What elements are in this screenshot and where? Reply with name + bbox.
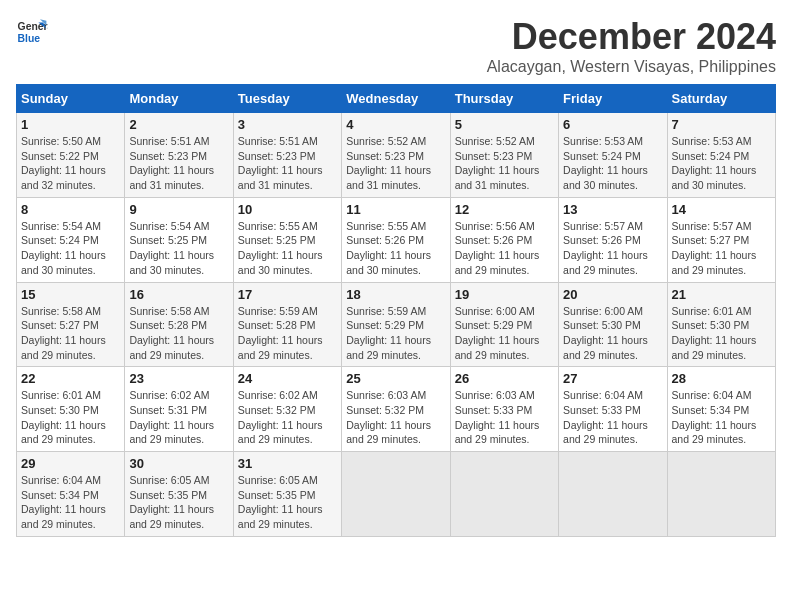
- day-number: 7: [672, 117, 771, 132]
- day-detail: Sunrise: 5:58 AMSunset: 5:27 PMDaylight:…: [21, 305, 106, 361]
- day-detail: Sunrise: 5:57 AMSunset: 5:26 PMDaylight:…: [563, 220, 648, 276]
- day-detail: Sunrise: 6:01 AMSunset: 5:30 PMDaylight:…: [672, 305, 757, 361]
- calendar-cell: 7Sunrise: 5:53 AMSunset: 5:24 PMDaylight…: [667, 113, 775, 198]
- calendar-cell: 15Sunrise: 5:58 AMSunset: 5:27 PMDayligh…: [17, 282, 125, 367]
- day-number: 24: [238, 371, 337, 386]
- calendar-cell: [559, 452, 667, 537]
- day-detail: Sunrise: 5:55 AMSunset: 5:25 PMDaylight:…: [238, 220, 323, 276]
- day-number: 20: [563, 287, 662, 302]
- day-detail: Sunrise: 6:00 AMSunset: 5:29 PMDaylight:…: [455, 305, 540, 361]
- day-detail: Sunrise: 6:05 AMSunset: 5:35 PMDaylight:…: [238, 474, 323, 530]
- weekday-header-saturday: Saturday: [667, 85, 775, 113]
- calendar-cell: 6Sunrise: 5:53 AMSunset: 5:24 PMDaylight…: [559, 113, 667, 198]
- day-number: 10: [238, 202, 337, 217]
- day-number: 31: [238, 456, 337, 471]
- day-detail: Sunrise: 5:52 AMSunset: 5:23 PMDaylight:…: [455, 135, 540, 191]
- day-detail: Sunrise: 5:59 AMSunset: 5:29 PMDaylight:…: [346, 305, 431, 361]
- day-number: 9: [129, 202, 228, 217]
- day-number: 22: [21, 371, 120, 386]
- day-detail: Sunrise: 6:04 AMSunset: 5:33 PMDaylight:…: [563, 389, 648, 445]
- calendar-cell: 8Sunrise: 5:54 AMSunset: 5:24 PMDaylight…: [17, 197, 125, 282]
- day-detail: Sunrise: 6:04 AMSunset: 5:34 PMDaylight:…: [672, 389, 757, 445]
- day-number: 19: [455, 287, 554, 302]
- calendar-cell: 31Sunrise: 6:05 AMSunset: 5:35 PMDayligh…: [233, 452, 341, 537]
- day-detail: Sunrise: 5:54 AMSunset: 5:24 PMDaylight:…: [21, 220, 106, 276]
- weekday-header-thursday: Thursday: [450, 85, 558, 113]
- calendar-cell: 18Sunrise: 5:59 AMSunset: 5:29 PMDayligh…: [342, 282, 450, 367]
- day-detail: Sunrise: 6:00 AMSunset: 5:30 PMDaylight:…: [563, 305, 648, 361]
- day-number: 11: [346, 202, 445, 217]
- day-detail: Sunrise: 5:57 AMSunset: 5:27 PMDaylight:…: [672, 220, 757, 276]
- day-number: 8: [21, 202, 120, 217]
- day-detail: Sunrise: 6:03 AMSunset: 5:32 PMDaylight:…: [346, 389, 431, 445]
- calendar-cell: [667, 452, 775, 537]
- day-detail: Sunrise: 5:50 AMSunset: 5:22 PMDaylight:…: [21, 135, 106, 191]
- calendar-week-row: 1Sunrise: 5:50 AMSunset: 5:22 PMDaylight…: [17, 113, 776, 198]
- calendar-cell: 28Sunrise: 6:04 AMSunset: 5:34 PMDayligh…: [667, 367, 775, 452]
- day-number: 23: [129, 371, 228, 386]
- day-detail: Sunrise: 5:54 AMSunset: 5:25 PMDaylight:…: [129, 220, 214, 276]
- weekday-header-row: SundayMondayTuesdayWednesdayThursdayFrid…: [17, 85, 776, 113]
- logo-icon: General Blue: [16, 16, 48, 48]
- calendar-cell: 3Sunrise: 5:51 AMSunset: 5:23 PMDaylight…: [233, 113, 341, 198]
- calendar-table: SundayMondayTuesdayWednesdayThursdayFrid…: [16, 84, 776, 537]
- day-detail: Sunrise: 5:53 AMSunset: 5:24 PMDaylight:…: [563, 135, 648, 191]
- calendar-cell: 14Sunrise: 5:57 AMSunset: 5:27 PMDayligh…: [667, 197, 775, 282]
- day-number: 3: [238, 117, 337, 132]
- day-detail: Sunrise: 6:01 AMSunset: 5:30 PMDaylight:…: [21, 389, 106, 445]
- calendar-cell: 29Sunrise: 6:04 AMSunset: 5:34 PMDayligh…: [17, 452, 125, 537]
- day-number: 21: [672, 287, 771, 302]
- day-number: 6: [563, 117, 662, 132]
- weekday-header-wednesday: Wednesday: [342, 85, 450, 113]
- calendar-cell: 21Sunrise: 6:01 AMSunset: 5:30 PMDayligh…: [667, 282, 775, 367]
- day-detail: Sunrise: 6:05 AMSunset: 5:35 PMDaylight:…: [129, 474, 214, 530]
- weekday-header-monday: Monday: [125, 85, 233, 113]
- calendar-cell: 20Sunrise: 6:00 AMSunset: 5:30 PMDayligh…: [559, 282, 667, 367]
- svg-text:Blue: Blue: [18, 33, 41, 44]
- calendar-cell: 13Sunrise: 5:57 AMSunset: 5:26 PMDayligh…: [559, 197, 667, 282]
- calendar-cell: 1Sunrise: 5:50 AMSunset: 5:22 PMDaylight…: [17, 113, 125, 198]
- calendar-week-row: 15Sunrise: 5:58 AMSunset: 5:27 PMDayligh…: [17, 282, 776, 367]
- day-number: 18: [346, 287, 445, 302]
- calendar-cell: 9Sunrise: 5:54 AMSunset: 5:25 PMDaylight…: [125, 197, 233, 282]
- calendar-cell: 11Sunrise: 5:55 AMSunset: 5:26 PMDayligh…: [342, 197, 450, 282]
- calendar-cell: 4Sunrise: 5:52 AMSunset: 5:23 PMDaylight…: [342, 113, 450, 198]
- weekday-header-tuesday: Tuesday: [233, 85, 341, 113]
- page-header: General Blue December 2024 Alacaygan, We…: [16, 16, 776, 76]
- day-number: 30: [129, 456, 228, 471]
- day-number: 27: [563, 371, 662, 386]
- day-detail: Sunrise: 5:52 AMSunset: 5:23 PMDaylight:…: [346, 135, 431, 191]
- day-number: 12: [455, 202, 554, 217]
- calendar-cell: [342, 452, 450, 537]
- calendar-cell: 2Sunrise: 5:51 AMSunset: 5:23 PMDaylight…: [125, 113, 233, 198]
- day-detail: Sunrise: 5:56 AMSunset: 5:26 PMDaylight:…: [455, 220, 540, 276]
- title-area: December 2024 Alacaygan, Western Visayas…: [487, 16, 776, 76]
- calendar-cell: 25Sunrise: 6:03 AMSunset: 5:32 PMDayligh…: [342, 367, 450, 452]
- day-number: 17: [238, 287, 337, 302]
- calendar-cell: 17Sunrise: 5:59 AMSunset: 5:28 PMDayligh…: [233, 282, 341, 367]
- calendar-cell: 12Sunrise: 5:56 AMSunset: 5:26 PMDayligh…: [450, 197, 558, 282]
- day-number: 15: [21, 287, 120, 302]
- calendar-cell: 16Sunrise: 5:58 AMSunset: 5:28 PMDayligh…: [125, 282, 233, 367]
- calendar-cell: 22Sunrise: 6:01 AMSunset: 5:30 PMDayligh…: [17, 367, 125, 452]
- day-number: 28: [672, 371, 771, 386]
- calendar-cell: 19Sunrise: 6:00 AMSunset: 5:29 PMDayligh…: [450, 282, 558, 367]
- logo: General Blue: [16, 16, 48, 48]
- day-number: 25: [346, 371, 445, 386]
- day-number: 2: [129, 117, 228, 132]
- calendar-week-row: 22Sunrise: 6:01 AMSunset: 5:30 PMDayligh…: [17, 367, 776, 452]
- day-number: 14: [672, 202, 771, 217]
- day-detail: Sunrise: 6:04 AMSunset: 5:34 PMDaylight:…: [21, 474, 106, 530]
- calendar-week-row: 29Sunrise: 6:04 AMSunset: 5:34 PMDayligh…: [17, 452, 776, 537]
- day-detail: Sunrise: 6:02 AMSunset: 5:31 PMDaylight:…: [129, 389, 214, 445]
- calendar-cell: 5Sunrise: 5:52 AMSunset: 5:23 PMDaylight…: [450, 113, 558, 198]
- day-detail: Sunrise: 5:51 AMSunset: 5:23 PMDaylight:…: [238, 135, 323, 191]
- calendar-cell: [450, 452, 558, 537]
- day-number: 1: [21, 117, 120, 132]
- day-number: 29: [21, 456, 120, 471]
- day-detail: Sunrise: 6:02 AMSunset: 5:32 PMDaylight:…: [238, 389, 323, 445]
- day-detail: Sunrise: 5:59 AMSunset: 5:28 PMDaylight:…: [238, 305, 323, 361]
- calendar-title: December 2024: [487, 16, 776, 58]
- weekday-header-friday: Friday: [559, 85, 667, 113]
- calendar-cell: 30Sunrise: 6:05 AMSunset: 5:35 PMDayligh…: [125, 452, 233, 537]
